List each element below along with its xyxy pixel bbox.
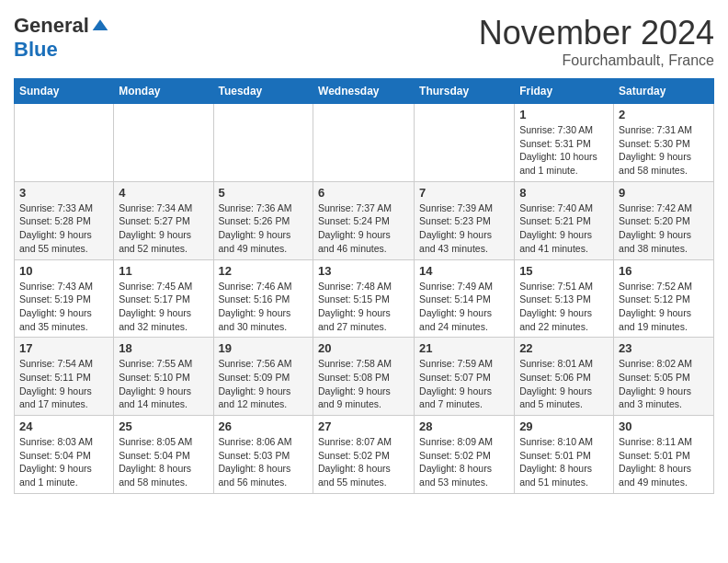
calendar-week-4: 17Sunrise: 7:54 AMSunset: 5:11 PMDayligh… bbox=[15, 338, 714, 416]
day-info: Sunrise: 7:33 AMSunset: 5:28 PMDaylight:… bbox=[19, 201, 108, 256]
calendar-cell: 21Sunrise: 7:59 AMSunset: 5:07 PMDayligh… bbox=[415, 338, 515, 416]
day-info: Sunrise: 7:34 AMSunset: 5:27 PMDaylight:… bbox=[119, 201, 208, 256]
day-number: 11 bbox=[119, 264, 208, 278]
calendar-week-2: 3Sunrise: 7:33 AMSunset: 5:28 PMDaylight… bbox=[15, 181, 714, 259]
day-info: Sunrise: 7:36 AMSunset: 5:26 PMDaylight:… bbox=[219, 201, 309, 256]
day-number: 27 bbox=[318, 419, 409, 433]
day-number: 23 bbox=[619, 341, 709, 355]
day-number: 10 bbox=[19, 264, 108, 278]
day-info: Sunrise: 7:54 AMSunset: 5:11 PMDaylight:… bbox=[19, 357, 108, 411]
day-info: Sunrise: 7:40 AMSunset: 5:21 PMDaylight:… bbox=[519, 201, 609, 256]
day-info: Sunrise: 8:07 AMSunset: 5:02 PMDaylight:… bbox=[318, 435, 409, 489]
day-number: 7 bbox=[419, 186, 509, 200]
day-number: 19 bbox=[219, 341, 309, 355]
day-info: Sunrise: 8:03 AMSunset: 5:04 PMDaylight:… bbox=[19, 435, 108, 489]
calendar-cell: 29Sunrise: 8:10 AMSunset: 5:01 PMDayligh… bbox=[515, 416, 614, 494]
day-info: Sunrise: 8:11 AMSunset: 5:01 PMDaylight:… bbox=[619, 435, 709, 489]
weekday-header-friday: Friday bbox=[515, 79, 614, 104]
calendar-cell: 19Sunrise: 7:56 AMSunset: 5:09 PMDayligh… bbox=[213, 338, 313, 416]
day-number: 8 bbox=[519, 186, 609, 200]
month-title: November 2024 bbox=[479, 14, 714, 52]
day-number: 4 bbox=[119, 186, 208, 200]
location: Fourchambault, France bbox=[479, 52, 714, 69]
calendar-cell: 11Sunrise: 7:45 AMSunset: 5:17 PMDayligh… bbox=[114, 259, 213, 338]
day-info: Sunrise: 7:43 AMSunset: 5:19 PMDaylight:… bbox=[19, 280, 108, 334]
day-number: 1 bbox=[519, 108, 609, 121]
header: General Blue November 2024 Fourchambault… bbox=[14, 14, 714, 69]
day-info: Sunrise: 8:10 AMSunset: 5:01 PMDaylight:… bbox=[519, 435, 609, 489]
day-number: 13 bbox=[318, 264, 409, 278]
day-info: Sunrise: 7:51 AMSunset: 5:13 PMDaylight:… bbox=[519, 280, 609, 334]
day-info: Sunrise: 8:06 AMSunset: 5:03 PMDaylight:… bbox=[219, 435, 309, 489]
day-number: 2 bbox=[619, 108, 709, 121]
day-number: 26 bbox=[219, 419, 309, 433]
day-number: 17 bbox=[19, 341, 108, 355]
day-info: Sunrise: 8:02 AMSunset: 5:05 PMDaylight:… bbox=[619, 357, 709, 411]
calendar-cell: 12Sunrise: 7:46 AMSunset: 5:16 PMDayligh… bbox=[213, 259, 313, 338]
day-info: Sunrise: 7:56 AMSunset: 5:09 PMDaylight:… bbox=[219, 357, 309, 411]
logo-general: General bbox=[14, 14, 89, 38]
calendar-cell: 6Sunrise: 7:37 AMSunset: 5:24 PMDaylight… bbox=[313, 181, 415, 259]
calendar-cell bbox=[415, 104, 515, 182]
day-number: 3 bbox=[19, 186, 108, 200]
calendar-cell: 22Sunrise: 8:01 AMSunset: 5:06 PMDayligh… bbox=[515, 338, 614, 416]
calendar-cell: 14Sunrise: 7:49 AMSunset: 5:14 PMDayligh… bbox=[415, 259, 515, 338]
calendar: SundayMondayTuesdayWednesdayThursdayFrid… bbox=[14, 78, 714, 494]
logo-blue: Blue bbox=[14, 38, 58, 61]
day-info: Sunrise: 7:46 AMSunset: 5:16 PMDaylight:… bbox=[219, 280, 309, 334]
calendar-cell: 28Sunrise: 8:09 AMSunset: 5:02 PMDayligh… bbox=[415, 416, 515, 494]
calendar-cell: 10Sunrise: 7:43 AMSunset: 5:19 PMDayligh… bbox=[15, 259, 114, 338]
day-info: Sunrise: 8:05 AMSunset: 5:04 PMDaylight:… bbox=[119, 435, 208, 489]
weekday-header-monday: Monday bbox=[114, 79, 213, 104]
day-info: Sunrise: 7:37 AMSunset: 5:24 PMDaylight:… bbox=[318, 201, 409, 256]
day-number: 28 bbox=[419, 419, 509, 433]
day-number: 22 bbox=[519, 341, 609, 355]
calendar-cell: 7Sunrise: 7:39 AMSunset: 5:23 PMDaylight… bbox=[415, 181, 515, 259]
day-number: 24 bbox=[19, 419, 108, 433]
weekday-header-saturday: Saturday bbox=[614, 79, 714, 104]
weekday-header-thursday: Thursday bbox=[415, 79, 515, 104]
calendar-cell: 9Sunrise: 7:42 AMSunset: 5:20 PMDaylight… bbox=[614, 181, 714, 259]
logo-text: General bbox=[14, 14, 109, 38]
calendar-cell: 27Sunrise: 8:07 AMSunset: 5:02 PMDayligh… bbox=[313, 416, 415, 494]
day-number: 6 bbox=[318, 186, 409, 200]
day-info: Sunrise: 7:52 AMSunset: 5:12 PMDaylight:… bbox=[619, 280, 709, 334]
day-info: Sunrise: 7:39 AMSunset: 5:23 PMDaylight:… bbox=[419, 201, 509, 256]
day-info: Sunrise: 8:01 AMSunset: 5:06 PMDaylight:… bbox=[519, 357, 609, 411]
calendar-cell: 2Sunrise: 7:31 AMSunset: 5:30 PMDaylight… bbox=[614, 104, 714, 182]
calendar-cell: 13Sunrise: 7:48 AMSunset: 5:15 PMDayligh… bbox=[313, 259, 415, 338]
day-info: Sunrise: 7:42 AMSunset: 5:20 PMDaylight:… bbox=[619, 201, 709, 256]
page: General Blue November 2024 Fourchambault… bbox=[0, 0, 728, 503]
calendar-cell bbox=[213, 104, 313, 182]
day-number: 21 bbox=[419, 341, 509, 355]
calendar-cell: 16Sunrise: 7:52 AMSunset: 5:12 PMDayligh… bbox=[614, 259, 714, 338]
day-info: Sunrise: 7:49 AMSunset: 5:14 PMDaylight:… bbox=[419, 280, 509, 334]
day-info: Sunrise: 7:59 AMSunset: 5:07 PMDaylight:… bbox=[419, 357, 509, 411]
day-info: Sunrise: 7:55 AMSunset: 5:10 PMDaylight:… bbox=[119, 357, 208, 411]
calendar-cell: 18Sunrise: 7:55 AMSunset: 5:10 PMDayligh… bbox=[114, 338, 213, 416]
calendar-header-row: SundayMondayTuesdayWednesdayThursdayFrid… bbox=[15, 79, 714, 104]
day-number: 30 bbox=[619, 419, 709, 433]
calendar-cell: 30Sunrise: 8:11 AMSunset: 5:01 PMDayligh… bbox=[614, 416, 714, 494]
calendar-cell: 25Sunrise: 8:05 AMSunset: 5:04 PMDayligh… bbox=[114, 416, 213, 494]
calendar-cell: 5Sunrise: 7:36 AMSunset: 5:26 PMDaylight… bbox=[213, 181, 313, 259]
weekday-header-wednesday: Wednesday bbox=[313, 79, 415, 104]
day-info: Sunrise: 7:30 AMSunset: 5:31 PMDaylight:… bbox=[519, 123, 609, 178]
svg-marker-0 bbox=[93, 19, 108, 30]
day-info: Sunrise: 8:09 AMSunset: 5:02 PMDaylight:… bbox=[419, 435, 509, 489]
calendar-cell: 15Sunrise: 7:51 AMSunset: 5:13 PMDayligh… bbox=[515, 259, 614, 338]
calendar-cell: 1Sunrise: 7:30 AMSunset: 5:31 PMDaylight… bbox=[515, 104, 614, 182]
calendar-cell: 3Sunrise: 7:33 AMSunset: 5:28 PMDaylight… bbox=[15, 181, 114, 259]
day-info: Sunrise: 7:48 AMSunset: 5:15 PMDaylight:… bbox=[318, 280, 409, 334]
calendar-week-5: 24Sunrise: 8:03 AMSunset: 5:04 PMDayligh… bbox=[15, 416, 714, 494]
calendar-cell: 20Sunrise: 7:58 AMSunset: 5:08 PMDayligh… bbox=[313, 338, 415, 416]
day-number: 9 bbox=[619, 186, 709, 200]
day-info: Sunrise: 7:31 AMSunset: 5:30 PMDaylight:… bbox=[619, 123, 709, 178]
weekday-header-sunday: Sunday bbox=[15, 79, 114, 104]
day-number: 18 bbox=[119, 341, 208, 355]
logo: General Blue bbox=[14, 14, 109, 62]
day-number: 25 bbox=[119, 419, 208, 433]
calendar-cell: 17Sunrise: 7:54 AMSunset: 5:11 PMDayligh… bbox=[15, 338, 114, 416]
calendar-week-3: 10Sunrise: 7:43 AMSunset: 5:19 PMDayligh… bbox=[15, 259, 714, 338]
day-number: 15 bbox=[519, 264, 609, 278]
